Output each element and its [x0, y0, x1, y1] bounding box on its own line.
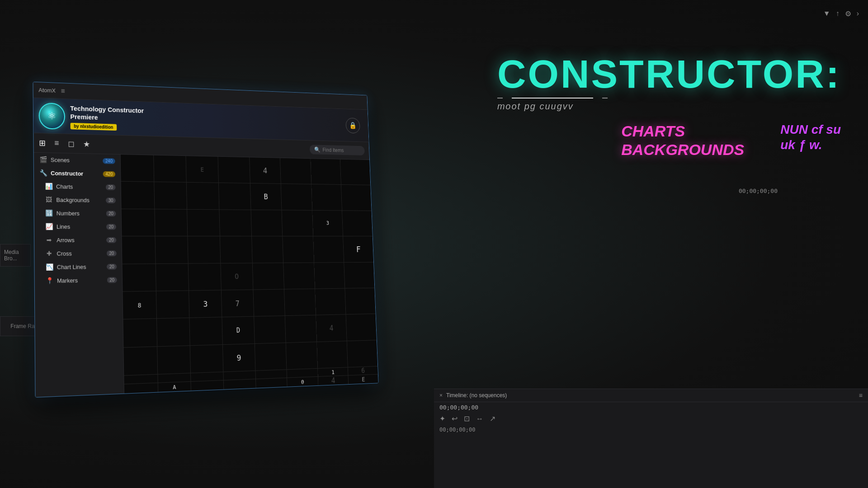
matrix-cell	[315, 288, 346, 315]
sidebar-item-charts[interactable]: 📊 Charts 20	[34, 179, 121, 194]
matrix-cell	[124, 383, 158, 394]
matrix-cell	[344, 262, 374, 288]
timeline-tool-grid[interactable]: ⊡	[464, 414, 470, 423]
matrix-cell: 4	[316, 314, 347, 341]
matrix-cell: B	[250, 183, 281, 210]
matrix-cell	[252, 236, 283, 263]
matrix-cell	[154, 155, 186, 183]
search-input[interactable]	[322, 147, 360, 154]
category-backgrounds: BACKGROUNDS	[621, 141, 744, 159]
toolbar-doc-icon[interactable]: ◻	[68, 139, 75, 149]
matrix-cell: 1	[318, 367, 348, 376]
numbers-icon: 🔢	[45, 209, 53, 216]
header-info: Technology Constructor Premiere by nlxst…	[70, 104, 346, 137]
matrix-cell	[191, 372, 223, 381]
search-icon: 🔍	[314, 146, 321, 153]
matrix-cell	[156, 263, 189, 291]
matrix-cell	[256, 378, 287, 388]
arrow-right-icon[interactable]: ›	[857, 9, 859, 18]
sidebar-item-arrows[interactable]: ➡ Arrows 20	[34, 233, 122, 247]
matrix-cell: 3	[189, 290, 222, 318]
app-title: AtomX	[38, 87, 56, 94]
logo-icon: ⚛	[47, 110, 57, 122]
line-left	[497, 98, 503, 99]
timeline-tool-cursor[interactable]: ↗	[490, 414, 495, 423]
lines-label: Lines	[57, 223, 103, 230]
filter-icon[interactable]: ▼	[823, 9, 830, 18]
sidebar-item-lines[interactable]: 📈 Lines 20	[34, 220, 122, 233]
sidebar-item-scenes[interactable]: 🎬 Scenes 240	[34, 153, 121, 168]
matrix-cell	[253, 289, 285, 316]
matrix-cell: 6	[348, 366, 378, 375]
sidebar-item-numbers[interactable]: 🔢 Numbers 20	[34, 206, 121, 220]
toolbar-sliders-icon[interactable]: ⊞	[39, 138, 46, 148]
matrix-cell	[158, 373, 191, 383]
toolbar-list-icon[interactable]: ≡	[54, 139, 59, 148]
sidebar-item-cross[interactable]: ✚ Cross 20	[34, 247, 122, 261]
timeline-close-button[interactable]: ×	[439, 392, 443, 399]
matrix-cell	[281, 184, 312, 210]
timeline-tool-undo[interactable]: ↩	[452, 414, 458, 423]
matrix-cell: F	[343, 236, 373, 262]
matrix-cell	[123, 319, 156, 347]
matrix-cell	[251, 210, 282, 236]
matrix-cell	[283, 263, 315, 289]
settings-top-icon[interactable]: ⚙	[845, 9, 851, 18]
matrix-cell	[157, 318, 190, 346]
matrix-cell	[122, 236, 155, 263]
timecode-display: 00;00;00;00	[739, 188, 778, 194]
backgrounds-icon: 🖼	[45, 196, 53, 203]
timeline-menu-icon[interactable]: ≡	[859, 392, 863, 399]
matrix-cell	[287, 369, 318, 378]
constructor-subtitle: тооt pg cuugvv	[497, 101, 841, 112]
category-charts: CHARTS	[621, 122, 744, 141]
lock-button[interactable]: 🔒	[345, 117, 360, 133]
categories-display: CHARTS BACKGROUNDS NUN cf su uk ƒ w.	[621, 122, 841, 159]
matrix-cell	[124, 375, 157, 384]
matrix-cell: E	[186, 156, 218, 183]
matrix-cell	[341, 185, 371, 210]
line-mid	[512, 98, 593, 99]
arrows-label: Arrows	[57, 237, 103, 244]
hamburger-menu[interactable]: ≡	[61, 87, 65, 95]
constructor-heading: CONSTRUCTOR:	[497, 54, 841, 94]
matrix-cell	[280, 158, 311, 184]
author-badge: by nlxstudioedition	[71, 122, 117, 130]
constructor-title-block: CONSTRUCTOR: тооt pg cuugvv	[497, 54, 841, 112]
sidebar-item-backgrounds[interactable]: 🖼 Backgrounds 30	[34, 193, 121, 207]
matrix-cell	[121, 155, 154, 182]
matrix-cell	[190, 317, 222, 345]
matrix-cell	[224, 379, 255, 389]
matrix-cell: D	[222, 317, 254, 344]
toolbar-star-icon[interactable]: ★	[83, 139, 90, 149]
sidebar-item-chartlines[interactable]: 📉 Chart Lines 20	[34, 260, 122, 274]
matrix-cell	[252, 263, 284, 290]
numbers-label: Numbers	[57, 210, 103, 216]
timeline-header: × Timeline: (no sequences) ≡	[434, 389, 868, 402]
matrix-cell	[223, 371, 255, 380]
logo: ⚛	[39, 102, 66, 129]
matrix-cell	[218, 157, 250, 183]
matrix-cell	[157, 346, 191, 374]
matrix-cell	[311, 184, 342, 210]
sidebar-item-constructor[interactable]: 🔧 Constructor 420	[34, 166, 121, 180]
arrows-icon: ➡	[45, 236, 53, 244]
matrix-cell: 9	[223, 344, 255, 372]
right-panel: ▼ ↑ ⚙ › 00;00;00;00 CONSTRUCTOR: тооt pg…	[434, 0, 868, 488]
matrix-cell: 3	[312, 211, 343, 236]
matrix-cell	[254, 316, 286, 343]
matrix-cell	[285, 315, 316, 343]
timeline-tool-expand[interactable]: ↔	[476, 415, 483, 423]
matrix-cell: 8	[123, 291, 156, 319]
backgrounds-count: 30	[106, 197, 116, 203]
matrix-cell	[188, 236, 221, 263]
chartlines-icon: 📉	[45, 263, 53, 271]
timeline-tool-magnet[interactable]: ✦	[439, 414, 445, 423]
sidebar-item-markers[interactable]: 📍 Markers 20	[35, 273, 123, 287]
export-icon[interactable]: ↑	[836, 9, 840, 18]
matrix-cell	[122, 209, 155, 236]
scenes-label: Scenes	[51, 156, 99, 164]
matrix-cell	[123, 347, 157, 375]
matrix-cell: E	[349, 375, 378, 384]
cross-count: 20	[107, 250, 117, 256]
